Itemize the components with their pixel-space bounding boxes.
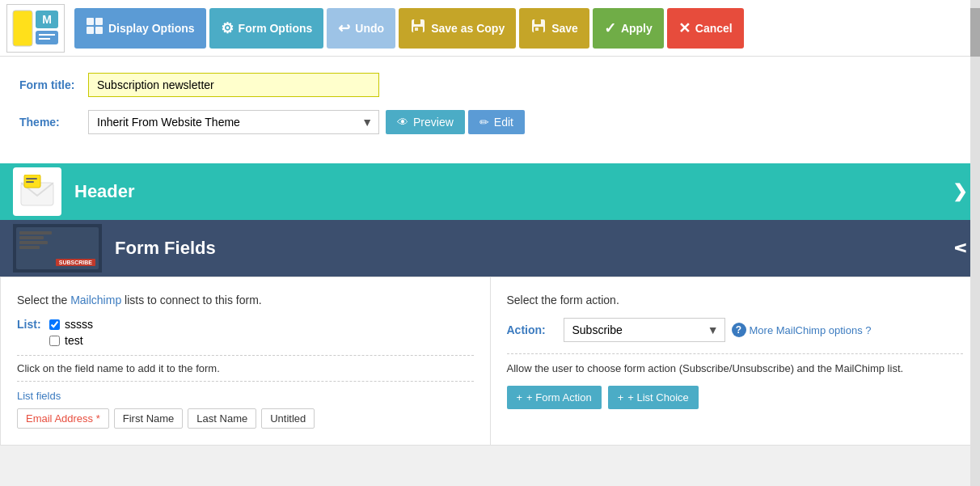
add-list-choice-button[interactable]: + + List Choice [608, 386, 699, 409]
check-icon: ✓ [604, 19, 616, 37]
action-select[interactable]: Subscribe Unsubscribe [564, 318, 725, 342]
list-item-sssss: sssss [49, 318, 93, 331]
form-fields-section-label: Form Fields [115, 238, 954, 259]
svg-rect-17 [535, 27, 539, 31]
list-items: sssss test [49, 318, 93, 347]
scrollbar[interactable] [970, 0, 980, 486]
list-item-sssss-label: sssss [65, 318, 93, 331]
preview-button[interactable]: 👁 Preview [386, 110, 465, 134]
list-item-test-label: test [65, 334, 83, 347]
list-item-test: test [49, 334, 93, 347]
action-row: Action: Subscribe Unsubscribe ▼ ? More M… [507, 318, 964, 342]
field-tag-lastname[interactable]: Last Name [188, 408, 256, 429]
svg-rect-3 [36, 31, 58, 44]
undo-icon: ↩ [338, 19, 350, 37]
action-label: Action: [507, 323, 564, 336]
mailchimp-link[interactable]: Mailchimp [70, 294, 121, 306]
field-tag-untitled[interactable]: Untitled [261, 408, 315, 429]
list-checkbox-test[interactable] [49, 336, 60, 346]
svg-rect-9 [95, 27, 103, 34]
cancel-icon: ✕ [678, 19, 691, 37]
undo-button[interactable]: ↩ Undo [327, 8, 395, 49]
right-panel: Select the form action. Action: Subscrib… [491, 277, 980, 445]
add-buttons: + + Form Action + + List Choice [507, 386, 964, 409]
theme-row: Theme: Inherit From Website Theme Defaul… [19, 110, 961, 134]
save-as-copy-button[interactable]: Save as Copy [399, 8, 516, 49]
field-tag-email[interactable]: Email Address [17, 408, 109, 429]
svg-rect-8 [87, 27, 94, 34]
content-panels: Select the Mailchimp lists to connect to… [0, 277, 980, 446]
list-label: List: [17, 318, 49, 331]
theme-select-wrap: Inherit From Website Theme Default Custo… [88, 110, 379, 134]
logo: M [6, 4, 65, 53]
main-content: Form title: Theme: Inherit From Website … [0, 57, 980, 163]
help-icon: ? [732, 323, 746, 337]
header-chevron-icon: ❯ [953, 181, 967, 202]
left-panel: Select the Mailchimp lists to connect to… [1, 277, 491, 445]
action-select-wrap: Subscribe Unsubscribe ▼ [564, 318, 725, 342]
form-title-input[interactable] [88, 73, 379, 97]
allow-text: Allow the user to choose form action (Su… [507, 353, 964, 374]
edit-icon: ✏ [479, 116, 489, 129]
svg-rect-7 [95, 18, 103, 25]
form-title-row: Form title: [19, 73, 961, 97]
more-mailchimp-link[interactable]: ? More MailChimp options ? [732, 323, 872, 337]
add-form-action-button[interactable]: + + Form Action [507, 386, 602, 409]
form-fields-section-bar[interactable]: SUBSCRIBE Form Fields ∨ [0, 220, 980, 277]
svg-rect-11 [414, 19, 420, 24]
theme-select[interactable]: Inherit From Website Theme Default Custo… [88, 110, 379, 134]
app-wrapper: M Display Options ⚙ Form Options [0, 0, 980, 486]
svg-rect-21 [26, 181, 34, 183]
svg-rect-0 [13, 11, 32, 46]
svg-rect-6 [87, 18, 94, 25]
header-section-label: Header [74, 181, 953, 202]
field-tags: Email Address First Name Last Name Untit… [17, 408, 474, 429]
svg-text:M: M [42, 13, 52, 26]
save-button[interactable]: Save [519, 8, 589, 49]
right-panel-instruction: Select the form action. [507, 294, 964, 306]
form-fields-chevron-icon: ∨ [950, 242, 971, 255]
eye-icon: 👁 [397, 116, 408, 129]
display-options-button[interactable]: Display Options [74, 8, 206, 49]
cancel-button[interactable]: ✕ Cancel [667, 8, 744, 49]
plus-icon-list: + [618, 391, 624, 404]
form-title-label: Form title: [19, 78, 88, 91]
svg-rect-13 [415, 27, 418, 31]
svg-rect-15 [534, 19, 541, 24]
edit-button[interactable]: ✏ Edit [468, 110, 525, 134]
list-section: List: sssss test [17, 318, 474, 347]
theme-label: Theme: [19, 116, 88, 129]
apply-button[interactable]: ✓ Apply [593, 8, 664, 49]
form-fields-section-icon: SUBSCRIBE [13, 224, 102, 273]
list-fields-label: List fields [17, 390, 474, 402]
display-icon [86, 17, 103, 39]
click-instruction: Click on the field name to add it to the… [17, 355, 474, 382]
svg-rect-20 [26, 178, 37, 180]
save-copy-icon [410, 18, 426, 38]
field-tag-firstname[interactable]: First Name [114, 408, 184, 429]
form-options-button[interactable]: ⚙ Form Options [209, 8, 324, 49]
gear-icon: ⚙ [221, 19, 234, 37]
plus-icon-form: + [517, 391, 523, 404]
list-checkbox-sssss[interactable] [49, 319, 60, 330]
header-section-bar[interactable]: Header ❯ [0, 163, 980, 220]
scrollbar-thumb[interactable] [970, 8, 980, 57]
left-panel-instruction: Select the Mailchimp lists to connect to… [17, 294, 474, 306]
save-icon [530, 18, 547, 38]
toolbar: M Display Options ⚙ Form Options [0, 0, 980, 57]
header-section-icon [13, 167, 61, 216]
